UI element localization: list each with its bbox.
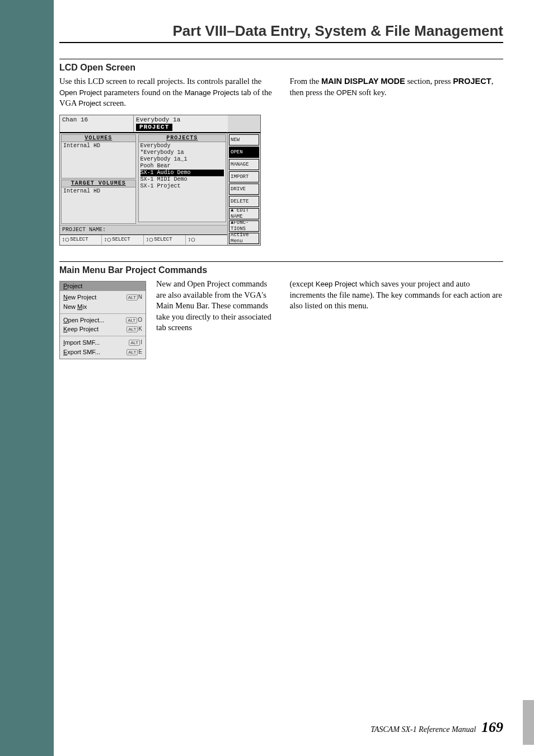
menu-item: New Mix (60, 302, 146, 312)
softkey: IMPORT (229, 171, 259, 182)
panel-volumes-head: VOLUMES (62, 135, 135, 142)
s1-right-d: soft key. (357, 88, 387, 97)
menu-item: New ProjectALTN (60, 293, 146, 302)
section-title-lcd: LCD Open Screen (59, 59, 503, 73)
s1-left-text-a: Use this LCD screen to recall projects. … (59, 77, 261, 86)
menu-item: Export SMF...ALTE (60, 348, 146, 357)
softkey: Active Menu (229, 233, 259, 244)
s1-ui-manage-projects: Manage Projects (185, 88, 240, 97)
s1-left-text-d: screen. (101, 98, 126, 107)
project-list-item: SX-1 MIDI Demo (140, 176, 224, 183)
panel-projects-head: PROJECTS (139, 135, 226, 142)
thumb-tab (523, 700, 534, 745)
footer-book: TASCAM SX-1 Reference Manual (371, 725, 476, 734)
menu-screenshot: Project New ProjectALTNNew MixOpen Proje… (59, 281, 146, 359)
left-sidebar (0, 0, 54, 756)
panel-target-volumes: TARGET VOLUMES Internal HD (61, 180, 136, 224)
part-header: Part VIII–Data Entry, System & File Mana… (59, 22, 503, 43)
softkey: DRIVE (229, 184, 259, 195)
s1-right-b: section, press (405, 77, 453, 86)
encoder: ↕◯SELECT (60, 235, 102, 245)
mm-left-col: Project New ProjectALTNNew MixOpen Proje… (59, 279, 273, 359)
s1-right-b2: PROJECT (453, 77, 491, 86)
menu-item: Open Project...ALTO (60, 316, 146, 325)
panel-volumes: VOLUMES Internal HD (61, 134, 136, 179)
lcd-screenshot: Chan 16 Everybody 1a PROJECT (59, 115, 261, 246)
panel-target-head: TARGET VOLUMES (62, 180, 135, 187)
menu-group: Open Project...ALTOKeep ProjectALTK (60, 313, 146, 336)
project-list-item: *Everybody 1a (140, 149, 224, 156)
encoder: ↕◯SELECT (144, 235, 186, 245)
section-title-mm: Main Menu Bar Project Commands (59, 261, 503, 275)
page-content: Part VIII–Data Entry, System & File Mana… (54, 0, 534, 375)
s1-ui-open-project: Open Project (59, 88, 102, 97)
lcd-chan: Chan 16 (60, 115, 134, 132)
s1-right-b1: MAIN DISPLAY MODE (321, 77, 405, 86)
project-list-item: Pooh Bear (140, 163, 224, 170)
lcd-open-right-col: From the MAIN DISPLAY MODE section, pres… (290, 76, 504, 246)
footer-page: 169 (481, 719, 503, 735)
menu-title-rest: roject (67, 283, 82, 289)
encoder: ↕◯ (186, 235, 227, 245)
encoder: ↕◯SELECT (102, 235, 144, 245)
menu-group: New ProjectALTNNew Mix (60, 291, 146, 313)
s1-ui-project: Project (78, 99, 101, 107)
lcd-open-left-col: Use this LCD screen to recall projects. … (59, 76, 273, 246)
project-list-item: SX-1 Project (140, 183, 224, 190)
volumes-item: Internal HD (63, 143, 134, 149)
s1-left-text-b: parameters found on the (102, 88, 185, 97)
section-lcd-open: LCD Open Screen Use this LCD screen to r… (59, 59, 503, 246)
project-list-item: Everybody 1a_1 (140, 156, 224, 163)
s2-right-a: (except (290, 279, 316, 288)
section-main-menu: Main Menu Bar Project Commands Project N… (59, 261, 503, 359)
part-title: Part VIII–Data Entry, System & File Mana… (59, 22, 503, 40)
softkey: ▲FUNC- TIONS (229, 220, 259, 232)
s1-right-ui: OPEN (336, 88, 357, 97)
softkey: DELETE (229, 196, 259, 207)
target-item: Internal HD (63, 188, 134, 195)
lcd-tab-project: PROJECT (136, 124, 172, 131)
panel-projects: PROJECTS Everybody*Everybody 1aEverybody… (138, 134, 226, 222)
project-list-item: SX-1 Audio Demo (140, 170, 224, 176)
s2-right-ui: Keep Project (316, 280, 357, 288)
mm-right-col: (except Keep Project which saves your pr… (290, 279, 504, 359)
project-list-item: Everybody (140, 143, 224, 149)
lcd-project-title: Everybody 1a (136, 116, 226, 124)
project-name-label: PROJECT NAME: (60, 225, 227, 234)
menu-item: Keep ProjectALTK (60, 325, 146, 334)
s1-right-a: From the (290, 77, 321, 86)
page-footer: TASCAM SX-1 Reference Manual 169 (371, 719, 503, 736)
menu-item: Import SMF...ALTI (60, 338, 146, 348)
softkey: NEW (229, 134, 259, 145)
softkey: OPEN (229, 147, 259, 158)
menu-group: Import SMF...ALTIExport SMF...ALTE (60, 336, 146, 359)
mm-mid-text: New and Open Project commands are also a… (156, 279, 273, 359)
softkey: MANAGE (229, 159, 259, 170)
softkey: ▲ EDIT NAME (229, 208, 259, 219)
menu-title: Project (60, 281, 146, 291)
